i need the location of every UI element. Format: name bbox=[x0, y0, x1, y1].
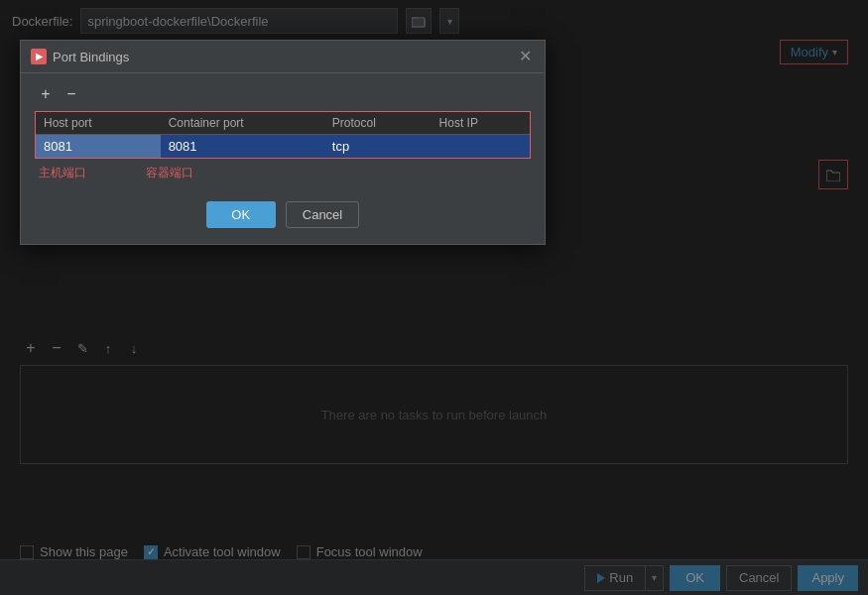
table-header-row: Host port Container port Protocol Host I… bbox=[36, 112, 530, 135]
host-port-header: Host port bbox=[36, 112, 161, 135]
dialog-ok-button[interactable]: OK bbox=[206, 201, 276, 228]
dialog-app-icon: ▶ bbox=[31, 49, 47, 64]
dialog-cancel-button[interactable]: Cancel bbox=[286, 201, 359, 228]
port-table-wrapper: Host port Container port Protocol Host I… bbox=[35, 111, 531, 159]
host-port-cell: 8081 bbox=[36, 135, 161, 159]
container-port-label: 容器端口 bbox=[146, 165, 193, 181]
container-port-cell: 8081 bbox=[161, 135, 324, 159]
dialog-titlebar: ▶ Port Bindings ✕ bbox=[21, 41, 545, 73]
table-toolbar: + − bbox=[35, 83, 531, 105]
table-labels: 主机端口 容器端口 bbox=[35, 165, 531, 181]
dialog-buttons: OK Cancel bbox=[35, 201, 531, 228]
host-port-label: 主机端口 bbox=[39, 165, 86, 181]
host-ip-cell bbox=[432, 135, 530, 159]
dialog-close-button[interactable]: ✕ bbox=[515, 47, 535, 66]
protocol-cell: tcp bbox=[324, 135, 432, 159]
dialog-icon-text: ▶ bbox=[36, 52, 43, 61]
add-port-button[interactable]: + bbox=[35, 83, 57, 105]
port-table: Host port Container port Protocol Host I… bbox=[36, 112, 530, 158]
protocol-header: Protocol bbox=[324, 112, 432, 135]
remove-port-button[interactable]: − bbox=[61, 83, 82, 105]
dialog-body: + − Host port Container port Protocol Ho… bbox=[21, 73, 545, 244]
main-panel: Dockerfile: ▾ Modify ▾ + − ✎ bbox=[0, 0, 868, 595]
table-row[interactable]: 8081 8081 tcp bbox=[36, 135, 530, 159]
container-port-header: Container port bbox=[161, 112, 324, 135]
dialog-title: Port Bindings bbox=[53, 50, 509, 64]
port-bindings-dialog: ▶ Port Bindings ✕ + − Host port Containe… bbox=[20, 40, 546, 245]
host-ip-header: Host IP bbox=[432, 112, 530, 135]
